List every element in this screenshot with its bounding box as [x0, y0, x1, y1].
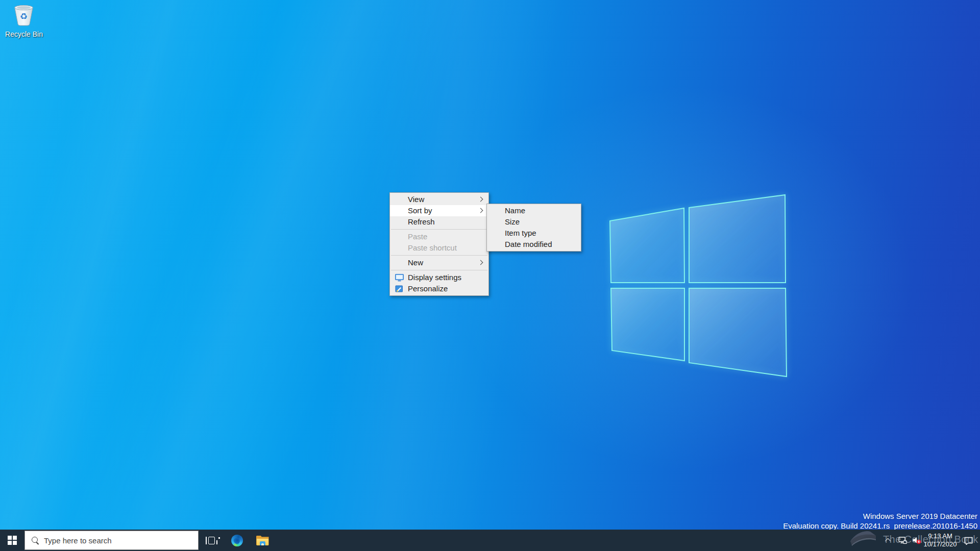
menu-item-view[interactable]: View [390, 194, 488, 205]
os-watermark-line1: Windows Server 2019 Datacenter [783, 512, 977, 521]
volume-muted-icon [912, 536, 921, 544]
chevron-up-icon [885, 538, 891, 544]
tray-show-hidden-icons-button[interactable] [882, 530, 895, 551]
file-explorer-taskbar-button[interactable] [250, 530, 275, 551]
menu-item-label: Item type [505, 229, 536, 237]
os-evaluation-watermark: Windows Server 2019 Datacenter Evaluatio… [783, 512, 977, 531]
svg-text:♻: ♻ [20, 11, 28, 21]
menu-item-label: Date modified [505, 240, 552, 248]
menu-item-personalize[interactable]: Personalize [390, 283, 488, 294]
submenu-arrow-icon [478, 208, 483, 213]
menu-item-label: Paste shortcut [408, 243, 457, 252]
menu-item-label: Sort by [408, 206, 432, 215]
wallpaper [0, 0, 980, 551]
action-center-icon [964, 536, 973, 545]
menu-item-label: Paste [408, 232, 427, 241]
menu-item-paste: Paste [390, 231, 488, 242]
display-settings-icon [395, 273, 404, 282]
menu-separator [391, 270, 487, 270]
start-button[interactable] [0, 530, 24, 551]
start-windows-logo-icon [8, 536, 17, 545]
task-view-icon [206, 537, 217, 544]
sort-by-submenu: Name Size Item type Date modified [486, 204, 581, 252]
edge-icon [231, 535, 243, 546]
submenu-arrow-icon [478, 260, 483, 265]
menu-item-display-settings[interactable]: Display settings [390, 272, 488, 283]
menu-item-label: Name [505, 206, 525, 215]
submenu-item-item-type[interactable]: Item type [487, 228, 581, 239]
search-input[interactable] [44, 536, 177, 545]
file-explorer-icon [256, 536, 269, 545]
system-tray: 9:13 AM 10/17/2020 [882, 530, 980, 551]
action-center-button[interactable] [957, 530, 980, 551]
menu-separator [391, 255, 487, 256]
submenu-arrow-icon [478, 197, 483, 202]
menu-item-label: Display settings [408, 273, 461, 282]
menu-item-new[interactable]: New [390, 257, 488, 268]
network-icon [898, 537, 907, 544]
recycle-bin-desktop-icon[interactable]: ♻ Recycle Bin [4, 3, 44, 38]
menu-item-label: Personalize [408, 284, 448, 293]
submenu-item-size[interactable]: Size [487, 216, 581, 228]
menu-item-paste-shortcut: Paste shortcut [390, 242, 488, 254]
menu-item-sort-by[interactable]: Sort by [390, 205, 488, 216]
search-icon [32, 537, 39, 544]
tray-volume-button[interactable] [910, 530, 924, 551]
menu-item-refresh[interactable]: Refresh [390, 216, 488, 228]
personalize-icon [395, 285, 404, 293]
menu-separator [391, 229, 487, 230]
desktop[interactable]: ♻ Recycle Bin View Sort by Refresh Paste… [0, 0, 980, 551]
taskbar-clock[interactable]: 9:13 AM 10/17/2020 [924, 530, 957, 551]
menu-item-label: New [408, 258, 423, 267]
submenu-item-date-modified[interactable]: Date modified [487, 239, 581, 250]
taskbar-search-box[interactable] [24, 531, 199, 550]
recycle-bin-label: Recycle Bin [4, 30, 44, 38]
submenu-item-name[interactable]: Name [487, 205, 581, 216]
menu-item-label: Refresh [408, 217, 435, 226]
taskbar: 9:13 AM 10/17/2020 [0, 530, 980, 551]
task-view-button[interactable] [199, 530, 224, 551]
menu-item-label: Size [505, 217, 520, 226]
tray-network-button[interactable] [895, 530, 910, 551]
recycle-bin-icon: ♻ [13, 3, 35, 27]
clock-time: 9:13 AM [923, 532, 957, 540]
menu-item-label: View [408, 195, 424, 204]
clock-date: 10/17/2020 [923, 540, 957, 548]
desktop-context-menu: View Sort by Refresh Paste Paste shortcu… [389, 192, 489, 296]
edge-taskbar-button[interactable] [224, 530, 250, 551]
windows-flag-logo [606, 193, 788, 379]
